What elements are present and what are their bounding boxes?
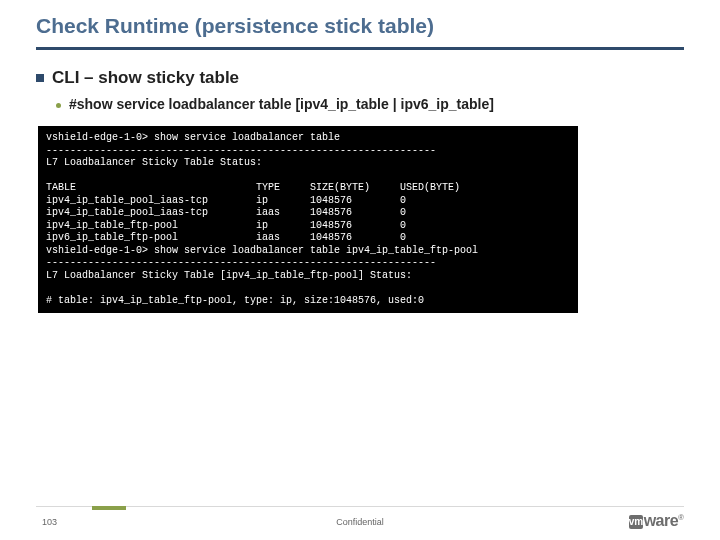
content-area: CLI – show sticky table #show service lo… — [0, 50, 720, 313]
footer-divider — [36, 506, 684, 507]
footer-accent-icon — [92, 506, 126, 510]
registered-icon: ® — [678, 513, 684, 522]
bullet-1-text: CLI – show sticky table — [52, 68, 239, 88]
confidential-label: Confidential — [0, 517, 720, 527]
bullet-level-2: #show service loadbalancer table [ipv4_i… — [56, 96, 684, 112]
vmware-logo: vmware® — [629, 512, 684, 530]
dot-bullet-icon — [56, 103, 61, 108]
bullet-level-1: CLI – show sticky table — [36, 68, 684, 88]
terminal-output: vshield-edge-1-0> show service loadbalan… — [38, 126, 578, 313]
slide-title: Check Runtime (persistence stick table) — [0, 0, 720, 44]
square-bullet-icon — [36, 74, 44, 82]
logo-ware-text: ware — [644, 512, 678, 529]
footer: 103 Confidential vmware® — [0, 506, 720, 540]
logo-vm-box: vm — [629, 515, 643, 529]
bullet-2-text: #show service loadbalancer table [ipv4_i… — [69, 96, 494, 112]
slide: Check Runtime (persistence stick table) … — [0, 0, 720, 540]
